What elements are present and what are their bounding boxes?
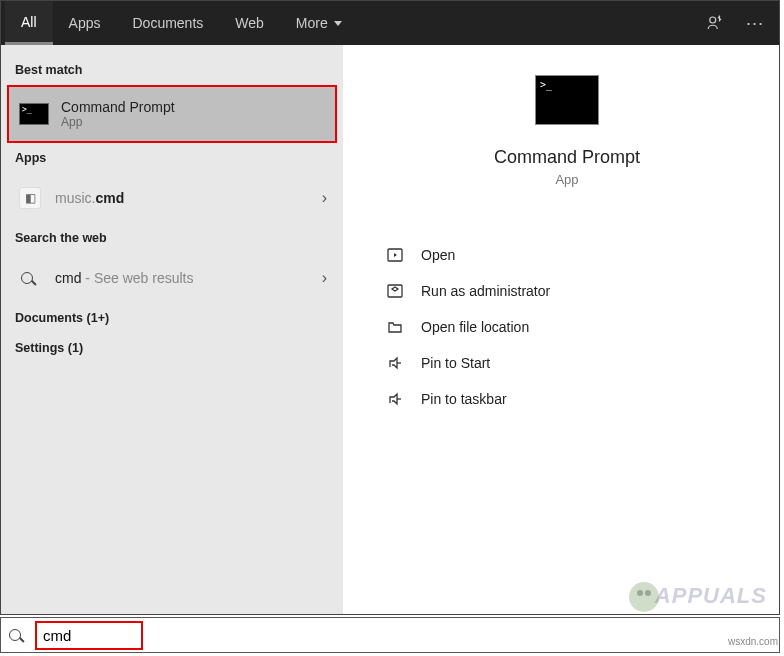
admin-icon xyxy=(385,283,405,299)
tab-apps[interactable]: Apps xyxy=(53,1,117,45)
search-web-label: Search the web xyxy=(1,223,343,253)
result-music-cmd[interactable]: ◧ music.cmd › xyxy=(1,173,343,223)
pin-start-icon xyxy=(385,355,405,371)
documents-label[interactable]: Documents (1+) xyxy=(1,303,343,333)
action-run-admin[interactable]: Run as administrator xyxy=(385,273,749,309)
best-match-label: Best match xyxy=(1,55,343,85)
pin-taskbar-icon xyxy=(385,391,405,407)
folder-icon xyxy=(385,319,405,335)
file-icon: ◧ xyxy=(15,183,45,213)
tab-documents[interactable]: Documents xyxy=(116,1,219,45)
search-bar[interactable] xyxy=(0,617,780,653)
search-icon xyxy=(15,263,45,293)
open-icon xyxy=(385,247,405,263)
chevron-right-icon: › xyxy=(322,189,327,207)
results-panel: Best match Command Prompt App Apps ◧ mus… xyxy=(1,45,343,614)
filter-tabs: All Apps Documents Web More ··· xyxy=(1,1,779,45)
search-icon xyxy=(1,629,35,641)
tab-web[interactable]: Web xyxy=(219,1,280,45)
settings-label[interactable]: Settings (1) xyxy=(1,333,343,363)
action-open-location[interactable]: Open file location xyxy=(385,309,749,345)
result-command-prompt[interactable]: Command Prompt App xyxy=(7,85,337,143)
footer-credit: wsxdn.com xyxy=(728,636,778,654)
feedback-icon[interactable] xyxy=(695,1,735,45)
apps-label: Apps xyxy=(1,143,343,173)
preview-panel: Command Prompt App Open Run as administr… xyxy=(343,45,779,614)
chevron-right-icon: › xyxy=(322,269,327,287)
action-pin-taskbar[interactable]: Pin to taskbar xyxy=(385,381,749,417)
result-subtitle: App xyxy=(61,115,175,129)
search-input[interactable] xyxy=(39,623,139,648)
action-open[interactable]: Open xyxy=(385,237,749,273)
result-web-cmd[interactable]: cmd - See web results › xyxy=(1,253,343,303)
more-options-icon[interactable]: ··· xyxy=(735,1,775,45)
tab-more[interactable]: More xyxy=(280,1,358,45)
result-title: Command Prompt xyxy=(61,99,175,115)
search-window: All Apps Documents Web More ··· Best mat… xyxy=(0,0,780,615)
preview-title: Command Prompt xyxy=(494,147,640,168)
svg-point-0 xyxy=(710,17,716,23)
tab-all[interactable]: All xyxy=(5,1,53,45)
action-pin-start[interactable]: Pin to Start xyxy=(385,345,749,381)
watermark: APPUALS xyxy=(629,582,767,612)
command-prompt-icon xyxy=(535,75,599,125)
command-prompt-icon xyxy=(17,97,51,131)
actions-list: Open Run as administrator Open file loca… xyxy=(385,237,749,417)
preview-subtitle: App xyxy=(555,172,578,187)
